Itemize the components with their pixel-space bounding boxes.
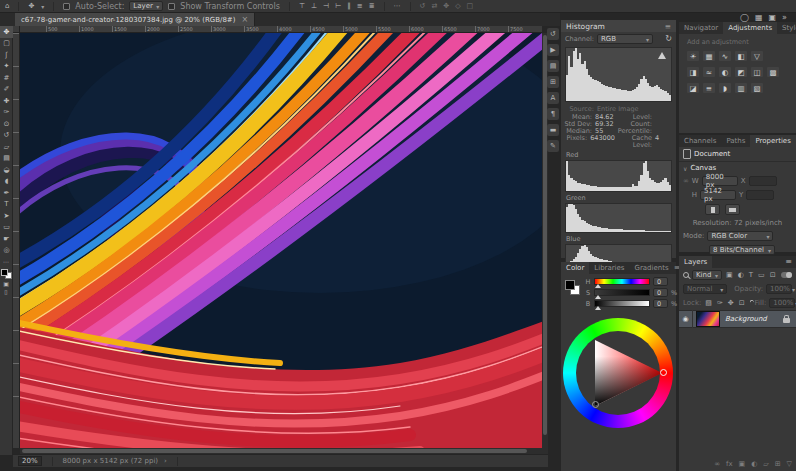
color-lookup-icon[interactable]: ▩ (767, 67, 779, 77)
brightness-contrast-icon[interactable]: ☀ (687, 51, 699, 61)
layer-visibility-toggle[interactable]: ◉ (679, 310, 693, 328)
foreground-background-swatches[interactable] (565, 280, 580, 295)
panel-menu-icon[interactable]: ≡ (665, 22, 671, 31)
filter-smart-object-icon[interactable]: ⊡ (769, 271, 777, 279)
home-icon[interactable]: ⌂ (5, 3, 9, 10)
workspace-icon[interactable]: ▣ (769, 14, 777, 22)
saturation-value-field[interactable]: 0 (653, 288, 668, 297)
tab-properties[interactable]: Properties (750, 135, 795, 147)
tab-libraries[interactable]: Libraries (589, 262, 629, 274)
tab-gradients[interactable]: Gradients (630, 262, 674, 274)
gradient-map-icon[interactable]: ▥ (735, 83, 747, 93)
type-tool[interactable]: T (0, 199, 13, 211)
invert-icon[interactable]: ◪ (687, 83, 699, 93)
brightness-slider[interactable] (594, 300, 650, 307)
close-tab-icon[interactable]: × (241, 15, 248, 24)
document-tab[interactable]: c67-78-gamer-and-creator-1280307384.jpg … (15, 13, 255, 26)
zoom-level-field[interactable]: 20% (18, 456, 42, 466)
clone-source-panel-icon[interactable]: ⊞ (547, 76, 559, 88)
x-field[interactable] (749, 176, 777, 186)
hue-slider[interactable] (594, 278, 650, 285)
canvas-artwork[interactable] (20, 33, 542, 448)
height-field[interactable]: 5142 px (700, 190, 736, 200)
brightness-value-field[interactable]: 0 (653, 299, 668, 308)
selective-color-icon[interactable]: ▧ (751, 83, 763, 93)
levels-icon[interactable]: ▦ (703, 51, 715, 61)
panel-menu-icon[interactable]: ≡ (785, 256, 796, 268)
distribute-horizontal-icon[interactable]: ∥ (347, 3, 351, 10)
filter-type-icon[interactable]: T (748, 271, 754, 279)
gradient-tool[interactable]: ▤ (0, 153, 13, 165)
blur-tool[interactable]: ◒ (0, 164, 13, 176)
layer-thumbnail[interactable] (696, 311, 720, 327)
notes-panel-icon[interactable]: ✎ (547, 140, 559, 152)
channel-mixer-icon[interactable]: ◫ (751, 67, 763, 77)
foreground-color-swatch[interactable] (1, 269, 12, 279)
move-tool-icon[interactable]: ✥ (28, 3, 34, 10)
distribute-spacing-icon[interactable]: ≣ (369, 3, 375, 10)
new-layer-icon[interactable]: ⊞ (775, 460, 781, 468)
new-adjustment-icon[interactable]: ◐ (751, 460, 757, 468)
color-wheel[interactable] (563, 318, 673, 428)
timeline-panel-icon[interactable]: ▬ (547, 124, 559, 136)
tab-channels[interactable]: Channels (679, 135, 721, 147)
posterize-icon[interactable]: ≡ (703, 83, 715, 93)
vertical-ruler[interactable] (13, 33, 20, 448)
paragraph-panel-icon[interactable]: ¶ (547, 108, 559, 120)
portrait-orientation-button[interactable] (705, 204, 720, 215)
fill-field[interactable]: 100%▾ (769, 298, 795, 308)
zoom-tool[interactable]: ◎ (0, 245, 13, 257)
filter-kind-dropdown[interactable]: Kind▾ (692, 270, 722, 280)
shade-handle[interactable] (592, 401, 599, 408)
more-options-icon[interactable]: ⋯ (394, 3, 401, 10)
warning-icon[interactable] (658, 52, 666, 59)
saturation-triangle[interactable] (563, 318, 673, 428)
threshold-icon[interactable]: ◗ (719, 83, 731, 93)
color-balance-icon[interactable]: ≈ (703, 67, 715, 77)
show-transform-checkbox[interactable] (168, 3, 175, 10)
filter-shape-icon[interactable]: ▭ (757, 271, 766, 279)
tab-styles[interactable]: Styles (777, 22, 796, 34)
eraser-tool[interactable]: ▱ (0, 141, 13, 153)
status-chevron-icon[interactable]: › (164, 457, 167, 465)
layer-locked-icon[interactable] (783, 318, 790, 323)
distribute-vertical-icon[interactable]: ≡ (357, 3, 363, 10)
healing-brush-tool[interactable]: ✚ (0, 95, 13, 107)
tab-layers[interactable]: Layers (679, 256, 712, 268)
align-right-icon[interactable]: ⊢ (335, 3, 341, 10)
grid-view-icon[interactable]: ▦ (755, 14, 763, 22)
exposure-icon[interactable]: ◧ (735, 51, 747, 61)
quick-mask-icon[interactable]: ▣ (3, 281, 9, 287)
hue-value-field[interactable]: 0 (653, 277, 668, 286)
channel-dropdown[interactable]: RGB▾ (597, 34, 653, 44)
swatches-panel-icon[interactable]: ▤ (547, 60, 559, 72)
search-layers-icon[interactable] (683, 272, 689, 278)
crop-tool[interactable]: # (0, 72, 13, 84)
brush-tool[interactable]: ✑ (0, 107, 13, 119)
eyedropper-tool[interactable]: ✐ (0, 84, 13, 96)
auto-select-dropdown[interactable]: Layer▾ (129, 1, 163, 11)
align-left-icon[interactable]: ⊣ (323, 3, 329, 10)
marquee-tool[interactable]: ▢ (0, 38, 13, 50)
collapse-section-icon[interactable]: ∨ (683, 165, 687, 172)
link-dimensions-icon[interactable]: ∞ (683, 177, 689, 185)
horizontal-ruler[interactable]: 0500100015002000250030003500400045005000… (13, 26, 542, 33)
hue-handle[interactable] (660, 369, 667, 376)
tab-navigator[interactable]: Navigator (679, 22, 723, 34)
link-layers-icon[interactable]: ∞ (714, 460, 720, 468)
lock-transparent-icon[interactable]: ▧ (704, 299, 713, 307)
new-group-icon[interactable]: ▱ (763, 460, 768, 468)
opacity-field[interactable]: 100%▾ (766, 284, 792, 294)
landscape-orientation-button[interactable] (725, 204, 740, 215)
color-mode-dropdown[interactable]: RGB Color▾ (707, 231, 773, 241)
black-white-icon[interactable]: ◐ (719, 67, 731, 77)
photo-filter-icon[interactable]: ◩ (735, 67, 747, 77)
vibrance-icon[interactable]: ▽ (751, 51, 763, 61)
history-brush-tool[interactable]: ↺ (0, 130, 13, 142)
bit-depth-dropdown[interactable]: 8 Bits/Channel▾ (709, 245, 775, 255)
tab-adjustments[interactable]: Adjustments (723, 22, 777, 34)
layer-effects-icon[interactable]: fx (726, 460, 733, 468)
character-panel-icon[interactable]: A (547, 92, 559, 104)
edit-toolbar-icon[interactable]: ⋯ (3, 259, 9, 265)
lock-artboard-icon[interactable]: ⊡ (738, 299, 746, 307)
